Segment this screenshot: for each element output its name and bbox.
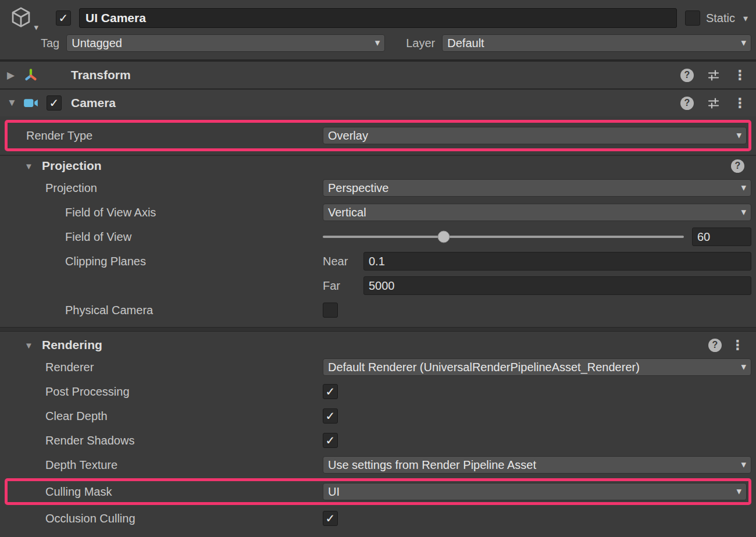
help-icon[interactable]: ?	[708, 339, 722, 352]
transform-icon	[22, 66, 40, 84]
depth-texture-row: Depth Texture Use settings from Render P…	[0, 453, 756, 477]
static-dropdown-caret[interactable]: ▾	[743, 13, 748, 24]
clear-depth-label: Clear Depth	[45, 410, 323, 423]
occlusion-culling-checkbox[interactable]: ✓	[323, 511, 338, 526]
depth-texture-dropdown[interactable]: Use settings from Render Pipeline Asset …	[323, 456, 751, 474]
gameobject-header: ▾ ✓ Static ▾ Tag Untagged ▾ Layer Defaul…	[0, 0, 756, 61]
renderer-value: Default Renderer (UniversalRenderPipelin…	[328, 361, 640, 374]
fov-row: Field of View	[0, 225, 756, 249]
check-icon: ✓	[326, 410, 336, 422]
projection-foldout-icon[interactable]: ▼	[24, 161, 36, 171]
far-input[interactable]	[363, 276, 751, 295]
camera-enabled-checkbox[interactable]: ✓	[47, 95, 62, 111]
occlusion-culling-row: Occlusion Culling ✓	[0, 506, 756, 531]
clear-depth-checkbox[interactable]: ✓	[323, 408, 338, 424]
help-icon[interactable]: ?	[680, 97, 694, 110]
camera-icon	[22, 94, 40, 112]
presets-icon[interactable]	[707, 68, 721, 82]
culling-mask-highlight-box: Culling Mask UI ▾	[5, 478, 751, 505]
physical-camera-checkbox[interactable]	[323, 303, 338, 318]
culling-mask-label: Culling Mask	[45, 485, 323, 499]
physical-camera-row: Physical Camera	[0, 298, 756, 322]
help-icon[interactable]: ?	[680, 69, 694, 82]
physical-camera-label: Physical Camera	[65, 304, 323, 317]
dropdown-arrow-icon: ▾	[736, 485, 741, 497]
fov-value-input[interactable]	[692, 227, 751, 246]
kebab-menu-icon[interactable]: ⋮	[733, 97, 747, 110]
depth-texture-label: Depth Texture	[45, 458, 323, 472]
check-icon: ✓	[59, 12, 69, 24]
projection-dropdown[interactable]: Perspective ▾	[323, 179, 751, 197]
fov-slider-handle[interactable]	[438, 231, 450, 243]
tag-dropdown[interactable]: Untagged ▾	[66, 34, 385, 52]
occlusion-culling-label: Occlusion Culling	[45, 512, 323, 525]
clear-depth-row: Clear Depth ✓	[0, 404, 756, 428]
layer-label: Layer	[406, 37, 435, 50]
check-icon: ✓	[49, 97, 59, 109]
culling-mask-row: Culling Mask UI ▾	[8, 481, 748, 502]
transform-header[interactable]: ▶ Transform ?	[0, 61, 756, 88]
dropdown-arrow-icon: ▾	[741, 206, 746, 218]
check-icon: ✓	[326, 513, 336, 524]
culling-mask-value: UI	[328, 485, 340, 499]
gameobject-name-input[interactable]	[79, 8, 677, 28]
far-label: Far	[323, 279, 363, 293]
fov-axis-label: Field of View Axis	[65, 206, 323, 219]
render-type-highlight-box: Render Type Overlay ▾	[5, 120, 751, 151]
renderer-dropdown[interactable]: Default Renderer (UniversalRenderPipelin…	[323, 358, 751, 376]
check-icon: ✓	[326, 386, 336, 397]
check-icon: ✓	[326, 435, 336, 446]
kebab-menu-icon[interactable]: ⋮	[733, 69, 747, 82]
icon-picker-caret[interactable]: ▾	[34, 23, 38, 31]
tag-label: Tag	[41, 37, 59, 50]
render-shadows-row: Render Shadows ✓	[0, 428, 756, 453]
depth-texture-value: Use settings from Render Pipeline Asset	[328, 458, 536, 472]
rendering-section-title: Rendering	[42, 338, 708, 352]
near-input[interactable]	[363, 252, 751, 271]
rendering-foldout-icon[interactable]: ▼	[24, 340, 36, 350]
active-checkbox[interactable]: ✓	[56, 10, 71, 26]
presets-icon[interactable]	[707, 96, 721, 110]
near-label: Near	[323, 255, 363, 268]
fov-slider-track	[323, 236, 684, 238]
projection-row: Projection Perspective ▾	[0, 176, 756, 200]
dropdown-arrow-icon: ▾	[375, 37, 380, 49]
clipping-near-row: Clipping Planes Near	[0, 249, 756, 273]
camera-header[interactable]: ▼ ✓ Camera ? ⋮	[0, 88, 756, 116]
dropdown-arrow-icon: ▾	[741, 458, 746, 471]
tag-layer-row: Tag Untagged ▾ Layer Default ▾	[0, 34, 756, 52]
fov-label: Field of View	[65, 230, 323, 244]
dropdown-arrow-icon: ▾	[741, 361, 746, 373]
render-type-value: Overlay	[328, 129, 368, 143]
fov-axis-dropdown[interactable]: Vertical ▾	[323, 204, 751, 221]
camera-foldout-icon[interactable]: ▼	[7, 97, 22, 109]
clipping-far-row: Far	[0, 273, 756, 298]
camera-title: Camera	[71, 96, 680, 110]
dropdown-arrow-icon: ▾	[741, 37, 746, 49]
dropdown-arrow-icon: ▾	[736, 129, 741, 141]
projection-section-header[interactable]: ▼ Projection ?	[0, 156, 756, 176]
tag-dropdown-value: Untagged	[72, 37, 122, 50]
unity-inspector: ▾ ✓ Static ▾ Tag Untagged ▾ Layer Defaul…	[0, 0, 756, 537]
rendering-section-header[interactable]: ▼ Rendering ? ⋮	[0, 335, 756, 355]
renderer-row: Renderer Default Renderer (UniversalRend…	[0, 355, 756, 379]
render-shadows-label: Render Shadows	[45, 434, 323, 447]
culling-mask-dropdown[interactable]: UI ▾	[323, 483, 747, 500]
render-type-dropdown[interactable]: Overlay ▾	[323, 127, 747, 144]
renderer-label: Renderer	[45, 361, 323, 374]
render-shadows-checkbox[interactable]: ✓	[323, 433, 338, 448]
clipping-planes-label: Clipping Planes	[65, 255, 323, 268]
post-processing-label: Post Processing	[45, 385, 323, 399]
projection-value: Perspective	[328, 182, 389, 195]
layer-dropdown[interactable]: Default ▾	[442, 34, 751, 52]
projection-label: Projection	[45, 182, 323, 195]
projection-section-title: Projection	[42, 159, 731, 173]
static-checkbox[interactable]	[685, 10, 700, 26]
kebab-menu-icon[interactable]: ⋮	[731, 339, 744, 352]
post-processing-checkbox[interactable]: ✓	[323, 384, 338, 399]
transform-foldout-icon[interactable]: ▶	[7, 69, 22, 81]
transform-title: Transform	[71, 68, 680, 82]
help-icon[interactable]: ?	[731, 159, 744, 173]
gameobject-icon[interactable]: ▾	[8, 5, 40, 31]
fov-slider[interactable]	[323, 230, 684, 244]
